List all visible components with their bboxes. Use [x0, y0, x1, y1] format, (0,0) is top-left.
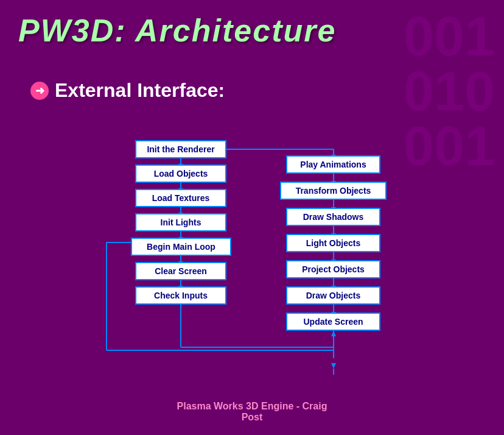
section-title: External Interface: [55, 79, 225, 102]
box-draw-shadows: Draw Shadows [286, 208, 380, 226]
box-project-objects: Project Objects [286, 260, 380, 278]
flowchart-arrows [0, 116, 504, 408]
box-check-inputs: Check Inputs [135, 286, 226, 305]
footer-line1: Plasma Works 3D Engine - Craig [177, 401, 327, 411]
box-clear-screen: Clear Screen [135, 262, 226, 280]
box-load-objects: Load Objects [135, 164, 226, 183]
flowchart: Init the Renderer Load Objects Load Text… [0, 116, 504, 408]
box-draw-objects: Draw Objects [286, 286, 380, 305]
box-begin-main-loop: Begin Main Loop [131, 238, 231, 256]
box-light-objects: Light Objects [286, 234, 380, 252]
box-transform-objects: Transform Objects [280, 182, 387, 200]
page-title: PW3D: Architecture [18, 12, 336, 49]
box-init-renderer: Init the Renderer [135, 140, 226, 158]
box-init-lights: Init Lights [135, 213, 226, 232]
box-update-screen: Update Screen [286, 313, 380, 331]
svg-marker-35 [331, 363, 336, 369]
section-header: ➜ External Interface: [30, 79, 225, 102]
footer: Plasma Works 3D Engine - Craig Post [0, 401, 504, 423]
footer-line2: Post [242, 412, 263, 422]
box-play-animations: Play Animations [286, 155, 380, 174]
box-load-textures: Load Textures [135, 189, 226, 207]
bullet-icon: ➜ [30, 82, 49, 100]
